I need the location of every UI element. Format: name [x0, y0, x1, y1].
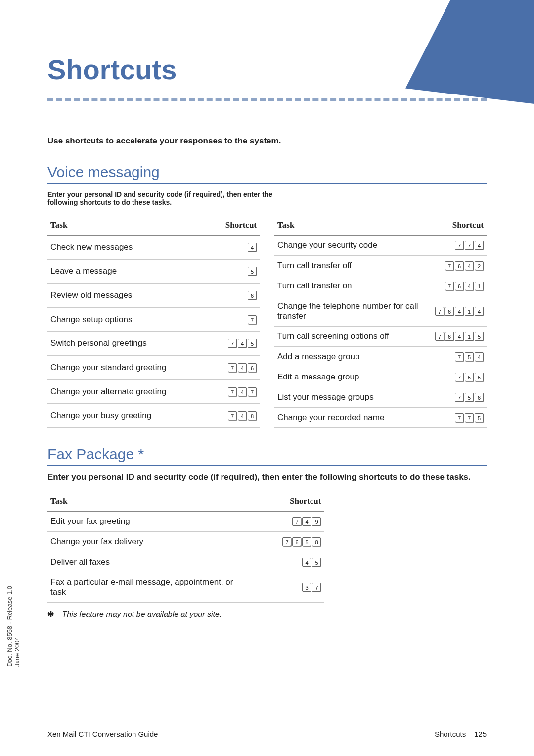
page-footer: Xen Mail CTI Conversation Guide Shortcut…: [47, 730, 487, 738]
table-row: Change your busy greeting748: [47, 404, 260, 428]
key-icon: 7: [312, 583, 321, 592]
key-icon: 7: [292, 517, 301, 526]
vm-table-right: Task Shortcut Change your security code7…: [274, 215, 487, 428]
table-row: Change your standard greeting746: [47, 356, 260, 380]
key-icon: 7: [465, 413, 474, 422]
footer-right: Shortcuts – 125: [435, 730, 487, 738]
key-icon: 8: [248, 411, 257, 420]
shortcut-cell: 76414: [423, 296, 487, 327]
key-icon: 7: [455, 373, 464, 381]
key-icon: 3: [302, 583, 311, 592]
shortcut-cell: 45: [241, 552, 324, 572]
shortcut-cell: 774: [423, 236, 487, 256]
key-icon: 5: [312, 558, 321, 567]
key-icon: 8: [312, 537, 321, 546]
key-icon: 7: [228, 363, 237, 372]
task-cell: Change your security code: [274, 236, 423, 256]
key-icon: 6: [475, 393, 484, 402]
shortcut-cell: 747: [196, 379, 260, 404]
key-icon: 7: [435, 307, 444, 316]
key-icon: 5: [465, 393, 474, 402]
task-cell: Turn call transfer off: [274, 256, 423, 276]
key-icon: 5: [248, 339, 257, 348]
task-cell: Change your standard greeting: [47, 356, 196, 380]
section-rule: [47, 465, 487, 466]
shortcut-cell: 76415: [423, 327, 487, 347]
task-cell: Fax a particular e-mail message, appoint…: [47, 572, 241, 603]
key-icon: 7: [248, 315, 257, 324]
shortcut-cell: 7: [196, 307, 260, 331]
vm-subtext: Enter your personal ID and security code…: [47, 190, 305, 206]
key-icon: 4: [238, 387, 247, 396]
key-icon: 1: [465, 332, 474, 341]
table-row: Turn call screening options off76415: [274, 327, 487, 347]
key-icon: 2: [475, 261, 484, 270]
key-icon: 7: [445, 261, 454, 270]
shortcut-cell: 7658: [241, 532, 324, 552]
doc-metadata: Doc. No. 8558 - Release 1.0 June 2004: [6, 586, 21, 667]
shortcut-cell: 7642: [423, 256, 487, 276]
footer-left: Xen Mail CTI Conversation Guide: [47, 730, 158, 738]
task-cell: Edit a message group: [274, 367, 423, 387]
task-cell: Change your alternate greeting: [47, 379, 196, 404]
key-icon: 5: [475, 373, 484, 381]
shortcut-cell: 4: [196, 236, 260, 260]
section-rule: [47, 183, 487, 184]
table-row: Change your alternate greeting747: [47, 379, 260, 404]
key-icon: 7: [455, 241, 464, 250]
task-cell: Deliver all faxes: [47, 552, 241, 572]
task-cell: Switch personal greetings: [47, 331, 196, 356]
shortcut-cell: 749: [241, 512, 324, 532]
key-icon: 4: [248, 243, 257, 252]
table-row: Check new messages4: [47, 236, 260, 260]
key-icon: 7: [282, 537, 291, 546]
col-task: Task: [274, 215, 423, 236]
key-icon: 5: [475, 413, 484, 422]
key-icon: 1: [475, 282, 484, 290]
shortcut-cell: 37: [241, 572, 324, 603]
key-icon: 5: [248, 267, 257, 276]
fax-subtext: Enter you personal ID and security code …: [47, 472, 487, 482]
section-fax-package: Fax Package *: [47, 446, 487, 463]
col-task: Task: [47, 491, 241, 512]
shortcut-cell: 754: [423, 347, 487, 367]
shortcut-cell: 745: [196, 331, 260, 356]
task-cell: List your message groups: [274, 387, 423, 408]
table-row: Edit a message group755: [274, 367, 487, 387]
shortcut-cell: 7641: [423, 276, 487, 296]
key-icon: 7: [465, 241, 474, 250]
table-row: Edit your fax greeting749: [47, 512, 324, 532]
table-row: Switch personal greetings745: [47, 331, 260, 356]
key-icon: 7: [228, 387, 237, 396]
table-row: Add a message group754: [274, 347, 487, 367]
fax-footnote: ✱ This feature may not be available at y…: [47, 610, 487, 619]
key-icon: 1: [465, 307, 474, 316]
key-icon: 4: [302, 517, 311, 526]
shortcut-cell: 748: [196, 404, 260, 428]
key-icon: 9: [312, 517, 321, 526]
key-icon: 6: [248, 363, 257, 372]
key-icon: 4: [302, 558, 311, 567]
key-icon: 4: [455, 332, 464, 341]
key-icon: 5: [302, 537, 311, 546]
key-icon: 4: [455, 307, 464, 316]
task-cell: Change your recorded name: [274, 408, 423, 428]
key-icon: 6: [455, 261, 464, 270]
section-voice-messaging: Voice messaging: [47, 164, 487, 181]
key-icon: 6: [445, 307, 454, 316]
table-row: Deliver all faxes45: [47, 552, 324, 572]
key-icon: 7: [435, 332, 444, 341]
key-icon: 7: [248, 387, 257, 396]
shortcut-cell: 756: [423, 387, 487, 408]
key-icon: 7: [455, 413, 464, 422]
footnote-text: This feature may not be available at you…: [62, 610, 222, 618]
table-row: List your message groups756: [274, 387, 487, 408]
table-row: Change the telephone number for call tra…: [274, 296, 487, 327]
shortcut-cell: 775: [423, 408, 487, 428]
key-icon: 7: [455, 393, 464, 402]
key-icon: 6: [455, 282, 464, 290]
task-cell: Add a message group: [274, 347, 423, 367]
key-icon: 4: [475, 241, 484, 250]
key-icon: 4: [238, 411, 247, 420]
col-shortcut: Shortcut: [423, 215, 487, 236]
